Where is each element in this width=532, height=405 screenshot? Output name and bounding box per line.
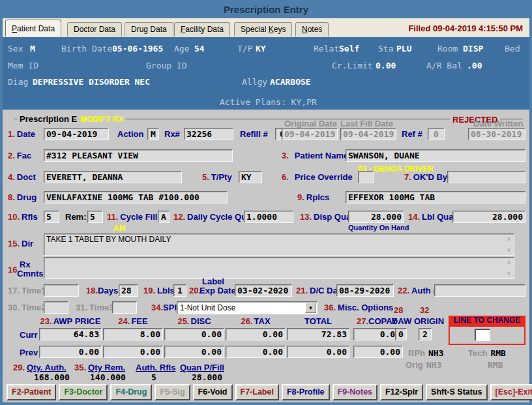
- rx-cmnts-scroll-down-icon[interactable]: ∨: [505, 271, 512, 277]
- drug-label: 8.Drug: [8, 192, 37, 202]
- label-exp-date-field[interactable]: 03-02-2020: [235, 284, 292, 297]
- f4-drug-button[interactable]: F4-Drug: [110, 384, 152, 400]
- f12-splr-button[interactable]: F12-Splr: [380, 384, 423, 400]
- tab-special-keys[interactable]: Special Keys: [234, 22, 292, 37]
- line-to-change-input[interactable]: [475, 329, 490, 341]
- qty-auth-value: 168.000: [34, 372, 70, 382]
- active-plans: Active Plans: KY,PR: [220, 97, 317, 107]
- time2-field[interactable]: [44, 301, 68, 314]
- dc-date-field[interactable]: 08-29-2020: [336, 284, 394, 297]
- dir-textarea[interactable]: TAKE 1 TABLET BY MOUTH DAILY ∧ ∨: [44, 233, 514, 256]
- auth-rfls-header: Auth. Rfls: [136, 363, 175, 372]
- rfls-field[interactable]: 5: [44, 211, 59, 223]
- f7-label-button[interactable]: F7-Label: [235, 384, 279, 400]
- diag-label: Diag: [8, 77, 28, 87]
- tech-staff: TechRMB: [468, 348, 506, 358]
- tpty-field[interactable]: KY: [239, 171, 262, 183]
- price-override-field[interactable]: [358, 171, 374, 183]
- rx-number-field[interactable]: 32256: [184, 128, 233, 140]
- rx-cmnts-label-line1: Rx: [20, 260, 31, 269]
- price-override-label: 6.Price Override: [282, 172, 353, 182]
- auth-number-label: 22.Auth #: [398, 286, 438, 295]
- f6-void-button[interactable]: F6-Void: [193, 384, 233, 400]
- lbls-label: 19.Lbls: [143, 286, 175, 295]
- disp-quan-field[interactable]: 28.000: [348, 211, 404, 223]
- relat-value: Self: [339, 44, 359, 53]
- quan-pfill-header: Quan P/Fill: [180, 363, 224, 372]
- tab-drug-data[interactable]: Drug Data: [125, 22, 173, 37]
- auth-number-field[interactable]: [434, 284, 525, 297]
- time1-field[interactable]: [44, 284, 79, 297]
- lbls-field[interactable]: 1: [173, 284, 186, 297]
- spi-dropdown[interactable]: 1-Not Unit Dose ▼: [177, 301, 318, 314]
- curr-fee-field[interactable]: 8.00: [103, 328, 163, 340]
- original-date-label: Original Date: [284, 119, 337, 128]
- origin-field[interactable]: 2: [419, 328, 432, 340]
- dir-scroll-up-icon[interactable]: ∧: [505, 236, 512, 242]
- prev-row-label: Prev: [20, 348, 38, 357]
- doct-field[interactable]: EVERETT, DEANNA: [44, 171, 182, 183]
- days-field[interactable]: 28: [119, 284, 138, 297]
- time3-label: 31.Time3: [76, 303, 113, 312]
- auth-rfls-value: 5: [151, 372, 156, 382]
- tab-notes[interactable]: Notes: [295, 22, 329, 37]
- sta-value: PLU: [396, 44, 411, 53]
- rfls-label: 10.Rfls: [8, 212, 38, 222]
- fac-label: 2.Fac: [8, 151, 31, 160]
- awp-price-header: 23.AWP PRICE: [39, 316, 102, 326]
- sta-label: Sta: [378, 44, 393, 53]
- daily-cycle-quan-field[interactable]: 1.0000: [244, 211, 293, 223]
- prescription-entry-window: Prescription Entry Patient Data Doctor D…: [0, 0, 532, 405]
- prev-copay-field: 0.00: [353, 346, 403, 358]
- quan-pfill-value: 28.000: [192, 372, 222, 382]
- doct-label: 4.Doct: [8, 172, 36, 182]
- room-value: DISP: [463, 44, 483, 53]
- fac-field[interactable]: #312 PLEASANT VIEW: [44, 149, 233, 162]
- time3-field[interactable]: [112, 301, 137, 314]
- function-key-bar: F2-Patient F3-Doctor F4-Drug F5-Sig F6-V…: [4, 383, 528, 400]
- sex-label: Sex: [8, 44, 23, 53]
- spi-label: 34.SPI: [151, 303, 177, 312]
- f8-profile-button[interactable]: F8-Profile: [282, 384, 330, 400]
- diag-value: DEPRESSIVE DISORDER NEC: [33, 77, 150, 87]
- daw-number: 28: [394, 305, 403, 315]
- f2-patient-button[interactable]: F2-Patient: [7, 384, 56, 400]
- esc-exit-button[interactable]: [Esc]-Exit: [490, 384, 532, 400]
- rx-cmnts-scroll-up-icon[interactable]: ∧: [505, 260, 512, 265]
- date-field[interactable]: 09-04-2019: [44, 128, 109, 140]
- dir-text: TAKE 1 TABLET BY MOUTH DAILY: [46, 235, 171, 244]
- date-written-label: Date Written: [473, 119, 523, 128]
- window-title: Prescription Entry: [224, 4, 308, 15]
- cycle-fill-field[interactable]: A: [158, 211, 170, 223]
- daw-field[interactable]: 0: [395, 328, 407, 340]
- bed-label: Bed: [505, 44, 520, 53]
- curr-disc-field[interactable]: 0.00: [164, 328, 224, 340]
- cycle-fill-note: AM: [113, 224, 126, 233]
- dropdown-arrow-icon[interactable]: ▼: [305, 303, 316, 313]
- rx-cmnts-label-line2: Cmnts: [17, 269, 43, 278]
- rem-field[interactable]: 5: [87, 211, 103, 223]
- f3-doctor-button[interactable]: F3-Doctor: [59, 384, 108, 400]
- tab-facility-data[interactable]: Facility Data: [174, 22, 230, 37]
- curr-total-field: 72.83: [287, 328, 349, 340]
- tab-strip: Patient Data Doctor Data Drug Data Facil…: [3, 18, 529, 37]
- curr-awp-field[interactable]: 64.83: [39, 328, 102, 340]
- f9-notes-button[interactable]: F9-Notes: [332, 384, 377, 400]
- tab-patient-data[interactable]: Patient Data: [5, 20, 61, 37]
- orig-tech-value: RMB: [488, 360, 503, 370]
- tab-doctor-data[interactable]: Doctor Data: [67, 22, 122, 37]
- dir-scroll-down-icon[interactable]: ∨: [505, 247, 512, 253]
- action-field[interactable]: M: [147, 128, 159, 140]
- patient-name-field[interactable]: SWANSON, DUANE: [346, 149, 525, 162]
- qty-rem-value: 140.000: [90, 372, 126, 382]
- rph-value: NH3: [428, 348, 443, 358]
- origin-number: 32: [420, 305, 429, 315]
- okd-by-field[interactable]: [447, 171, 525, 183]
- rplcs-field[interactable]: EFFEXOR 100MG TAB: [346, 191, 525, 203]
- lbl-quan-field[interactable]: 28.000: [452, 211, 525, 223]
- rx-cmnts-textarea[interactable]: ∧ ∨: [44, 257, 514, 279]
- curr-tax-field[interactable]: 0.00: [226, 328, 286, 340]
- drug-field[interactable]: VENLAFAXINE 100MG TAB #100.000: [44, 191, 228, 203]
- shft-s-status-button[interactable]: Shft-S Status: [426, 384, 487, 400]
- date-label: 1.Date: [8, 129, 35, 139]
